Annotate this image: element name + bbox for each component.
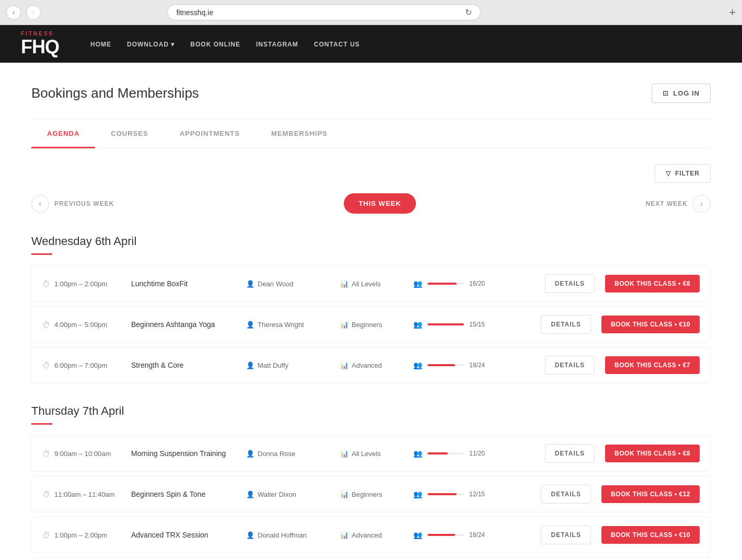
week-nav: ‹ PREVIOUS WEEK THIS WEEK NEXT WEEK › xyxy=(31,193,711,214)
spots-bar-fill xyxy=(427,364,455,366)
class-trainer: 👤 Dean Wood xyxy=(246,280,330,288)
class-time-text: 1:00pm – 2:00pm xyxy=(54,280,107,288)
login-button[interactable]: ⊡ LOG IN xyxy=(652,84,711,103)
trainer-icon: 👤 xyxy=(246,491,254,498)
day-section-0: Wednesday 6th April ⏱ 1:00pm – 2:00pm Lu… xyxy=(31,235,711,383)
class-level: 📊 All Levels xyxy=(340,280,403,288)
next-week-arrow: › xyxy=(693,195,711,213)
spots-bar-fill xyxy=(427,452,448,454)
spots-icon: 👥 xyxy=(413,320,422,329)
clock-icon: ⏱ xyxy=(42,490,50,499)
clock-icon: ⏱ xyxy=(42,449,50,458)
spots-count: 18/24 xyxy=(469,531,485,539)
nav-home[interactable]: HOME xyxy=(90,41,111,48)
book-button[interactable]: BOOK THIS CLASS • €10 xyxy=(601,526,700,544)
details-button[interactable]: DETAILS xyxy=(541,526,590,544)
class-spots: 👥 12/15 xyxy=(413,490,485,498)
login-label: LOG IN xyxy=(673,89,700,97)
class-spots: 👥 11/20 xyxy=(413,449,485,458)
class-trainer: 👤 Donald Hoffman xyxy=(246,531,330,539)
back-button[interactable]: ‹ xyxy=(6,5,21,20)
next-week-button[interactable]: NEXT WEEK › xyxy=(646,195,711,213)
class-name: Strength & Core xyxy=(131,361,236,369)
reload-button[interactable]: ↻ xyxy=(465,7,472,17)
details-button[interactable]: DETAILS xyxy=(545,356,595,375)
details-button[interactable]: DETAILS xyxy=(541,315,590,334)
book-button[interactable]: BOOK THIS CLASS • €10 xyxy=(601,316,700,333)
clock-icon: ⏱ xyxy=(42,279,50,288)
details-button[interactable]: DETAILS xyxy=(541,485,590,504)
book-button[interactable]: BOOK THIS CLASS • €8 xyxy=(605,275,700,293)
page-title: Bookings and Memberships xyxy=(31,85,199,101)
forward-button[interactable]: › xyxy=(26,5,41,20)
logo[interactable]: FITNESS FHQ xyxy=(21,31,59,56)
trainer-icon: 👤 xyxy=(246,361,254,369)
class-spots: 👥 18/24 xyxy=(413,361,485,369)
class-time: ⏱ 11:00am – 11:40am xyxy=(42,490,121,499)
class-spots: 👥 16/20 xyxy=(413,279,485,288)
spots-icon: 👥 xyxy=(413,449,422,458)
class-time-text: 9:00am – 10:00am xyxy=(54,450,111,458)
class-time: ⏱ 1:00pm – 2:00pm xyxy=(42,531,121,540)
site-header: FITNESS FHQ HOME DOWNLOAD ▾ BOOK ONLINE … xyxy=(0,25,742,63)
level-icon: 📊 xyxy=(340,361,349,369)
class-time-text: 4:00pm – 5:00pm xyxy=(54,321,107,329)
class-name: Beginners Spin & Tone xyxy=(131,490,236,498)
level-text: All Levels xyxy=(352,280,381,288)
book-button[interactable]: BOOK THIS CLASS • €8 xyxy=(605,445,700,462)
spots-icon: 👥 xyxy=(413,361,422,369)
details-button[interactable]: DETAILS xyxy=(545,274,595,293)
spots-icon: 👥 xyxy=(413,531,422,539)
book-button[interactable]: BOOK THIS CLASS • €12 xyxy=(601,485,700,503)
tabs: AGENDA COURSES APPOINTMENTS MEMBERSHIPS xyxy=(31,119,711,148)
class-time: ⏱ 9:00am – 10:00am xyxy=(42,449,121,458)
trainer-name: Matt Duffy xyxy=(258,361,288,369)
new-tab-button[interactable]: + xyxy=(729,6,736,19)
tab-agenda[interactable]: AGENDA xyxy=(31,119,95,148)
spots-bar xyxy=(427,493,464,495)
site-nav: HOME DOWNLOAD ▾ BOOK ONLINE INSTAGRAM CO… xyxy=(90,40,360,48)
filter-button[interactable]: ▽ FILTER xyxy=(655,164,711,183)
class-trainer: 👤 Walter Dixon xyxy=(246,491,330,498)
url-bar[interactable]: fitnesshq.ie ↻ xyxy=(167,4,481,20)
prev-week-button[interactable]: ‹ PREVIOUS WEEK xyxy=(31,195,114,213)
page-header: Bookings and Memberships ⊡ LOG IN xyxy=(31,63,711,119)
nav-download[interactable]: DOWNLOAD ▾ xyxy=(127,41,175,48)
this-week-button[interactable]: THIS WEEK xyxy=(344,193,415,214)
day-title-1: Thursday 7th April xyxy=(31,404,711,418)
class-name: Morning Suspension Training xyxy=(131,449,236,458)
class-time-text: 6:00pm – 7:00pm xyxy=(54,361,107,369)
tab-courses[interactable]: COURSES xyxy=(95,119,164,148)
level-icon: 📊 xyxy=(340,491,349,498)
next-week-label: NEXT WEEK xyxy=(646,200,688,207)
nav-instagram[interactable]: INSTAGRAM xyxy=(256,41,298,48)
level-text: Beginners xyxy=(352,491,382,498)
trainer-icon: 👤 xyxy=(246,531,254,539)
class-time: ⏱ 6:00pm – 7:00pm xyxy=(42,361,121,370)
filter-label: FILTER xyxy=(675,170,700,177)
days-container: Wednesday 6th April ⏱ 1:00pm – 2:00pm Lu… xyxy=(31,235,711,560)
clock-icon: ⏱ xyxy=(42,361,50,370)
spots-bar xyxy=(427,283,464,285)
nav-book-online[interactable]: BOOK ONLINE xyxy=(190,41,240,48)
spots-count: 12/15 xyxy=(469,491,485,498)
spots-count: 18/24 xyxy=(469,361,485,369)
filter-icon: ▽ xyxy=(666,170,671,177)
tab-appointments[interactable]: APPOINTMENTS xyxy=(164,119,256,148)
trainer-name: Dean Wood xyxy=(258,280,293,288)
day-section-1: Thursday 7th April ⏱ 9:00am – 10:00am Mo… xyxy=(31,404,711,560)
trainer-name: Walter Dixon xyxy=(258,491,296,498)
spots-icon: 👥 xyxy=(413,490,422,498)
main-content: Bookings and Memberships ⊡ LOG IN AGENDA… xyxy=(0,63,742,560)
details-button[interactable]: DETAILS xyxy=(545,444,595,463)
class-level: 📊 Advanced xyxy=(340,531,403,539)
book-button[interactable]: BOOK THIS CLASS • €7 xyxy=(605,356,700,374)
class-row: ⏱ 1:00pm – 2:00pm Lunchtime BoxFit 👤 Dea… xyxy=(31,265,711,302)
class-row: ⏱ 1:00pm – 2:00pm Advanced TRX Session 👤… xyxy=(31,517,711,553)
level-icon: 📊 xyxy=(340,280,349,288)
trainer-name: Donna Rose xyxy=(258,450,295,458)
day-underline-0 xyxy=(31,253,52,255)
nav-contact[interactable]: CONTACT US xyxy=(314,41,360,48)
tab-memberships[interactable]: MEMBERSHIPS xyxy=(256,119,343,148)
spots-bar xyxy=(427,534,464,536)
